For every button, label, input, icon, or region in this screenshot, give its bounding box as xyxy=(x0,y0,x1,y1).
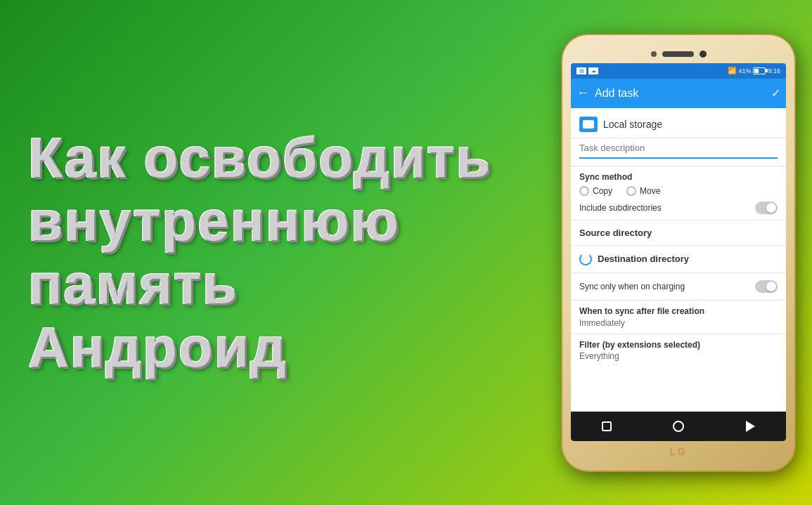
lg-logo: LG xyxy=(669,446,687,457)
front-camera xyxy=(700,51,707,58)
russian-line1: Как освободить xyxy=(28,130,545,186)
storage-icon-inner xyxy=(583,120,594,129)
app-bar: ← Add task ✓ xyxy=(571,79,786,108)
phone-screen: ▤ ☁ 📶 41% 9:16 ← xyxy=(571,63,786,441)
camera-dot-left xyxy=(651,51,657,57)
move-option[interactable]: Move xyxy=(626,186,660,196)
phone-bottom-bar: LG xyxy=(571,441,786,462)
nav-home-button[interactable] xyxy=(671,419,686,434)
subdirectories-label: Include subdirectories xyxy=(579,203,662,213)
when-sync-title: When to sync after file creation xyxy=(579,306,778,316)
bottom-nav xyxy=(571,412,786,441)
screen-icon: ▤ xyxy=(576,67,586,74)
when-sync-value: Immediately xyxy=(579,318,778,328)
russian-line2: внутреннюю xyxy=(28,193,545,249)
storage-section: Local storage xyxy=(571,108,786,138)
destination-directory-section[interactable]: Destination directory xyxy=(571,246,786,273)
copy-option[interactable]: Copy xyxy=(579,186,612,196)
sync-charging-label: Sync only when on charging xyxy=(579,282,685,291)
move-radio[interactable] xyxy=(626,186,636,196)
subdirectories-row: Include subdirectories xyxy=(579,202,778,214)
phone-top-bar xyxy=(571,44,786,63)
wifi-icon: 📶 xyxy=(728,67,736,74)
filter-value: Everything xyxy=(579,351,778,361)
nav-square-icon xyxy=(602,421,612,431)
battery-icon xyxy=(753,67,766,74)
filter-title: Filter (by extensions selected) xyxy=(579,340,778,350)
app-title: Add task xyxy=(595,87,766,100)
task-description-input[interactable] xyxy=(579,138,778,159)
source-directory-title: Source directory xyxy=(579,228,778,238)
sync-charging-toggle[interactable] xyxy=(755,280,778,293)
app-content: Local storage Sync method Copy xyxy=(571,108,786,412)
phone-device: ▤ ☁ 📶 41% 9:16 ← xyxy=(562,35,794,471)
left-text-area: Как освободить внутреннюю память Андроид xyxy=(0,109,559,397)
notification-icon: ☁ xyxy=(588,67,598,74)
main-container: Как освободить внутреннюю память Андроид… xyxy=(0,0,812,505)
nav-triangle-icon xyxy=(746,421,755,432)
storage-label: Local storage xyxy=(603,119,662,130)
phone-wrapper: ▤ ☁ 📶 41% 9:16 ← xyxy=(559,35,812,471)
storage-icon xyxy=(579,117,598,132)
sync-method-section: Sync method Copy Move xyxy=(571,166,786,221)
filter-section[interactable]: Filter (by extensions selected) Everythi… xyxy=(571,334,786,367)
nav-back-button[interactable] xyxy=(742,419,758,434)
toggle-thumb xyxy=(766,203,776,213)
status-right: 📶 41% 9:16 xyxy=(728,67,780,74)
sync-charging-thumb xyxy=(766,282,776,291)
loading-spinner xyxy=(579,253,592,265)
russian-line3: память xyxy=(28,256,545,313)
battery-percent: 41% xyxy=(738,67,751,74)
destination-directory-title: Destination directory xyxy=(598,254,689,264)
russian-line4: Андроид xyxy=(28,320,545,376)
status-left: ▤ ☁ xyxy=(576,67,598,74)
nav-recent-button[interactable] xyxy=(599,419,614,434)
task-description-container xyxy=(571,138,786,166)
radio-group: Copy Move xyxy=(579,186,778,196)
back-button[interactable]: ← xyxy=(576,86,589,100)
status-bar: ▤ ☁ 📶 41% 9:16 xyxy=(571,63,786,79)
subdirectories-toggle[interactable] xyxy=(755,202,778,214)
sync-method-title: Sync method xyxy=(579,172,778,182)
when-sync-section[interactable]: When to sync after file creation Immedia… xyxy=(571,301,786,334)
copy-label: Copy xyxy=(593,186,612,196)
battery-fill xyxy=(754,69,759,73)
speaker xyxy=(662,51,694,57)
confirm-button[interactable]: ✓ xyxy=(771,86,780,100)
sync-charging-row: Sync only when on charging xyxy=(571,273,786,301)
source-directory-section[interactable]: Source directory xyxy=(571,221,786,246)
move-label: Move xyxy=(640,186,660,196)
copy-radio[interactable] xyxy=(579,186,589,196)
nav-circle-icon xyxy=(673,421,684,432)
status-time: 9:16 xyxy=(768,67,780,74)
